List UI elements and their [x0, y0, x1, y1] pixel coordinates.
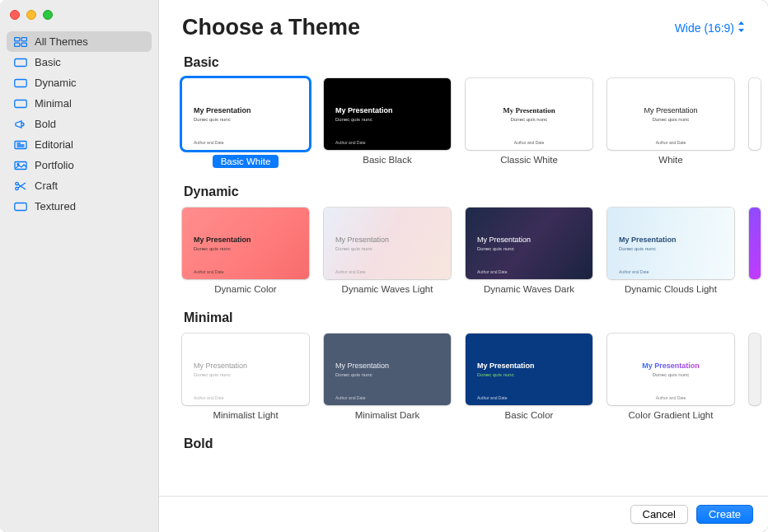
sidebar-item-label: Minimal [35, 97, 72, 110]
thumb-author: Author and Date [607, 140, 734, 145]
thumb-title: My Presentation [642, 362, 700, 371]
create-button[interactable]: Create [696, 505, 753, 524]
sidebar-item-editorial[interactable]: Editorial [7, 134, 152, 155]
theme-peek[interactable] [749, 334, 761, 420]
theme-label: Classic White [500, 155, 558, 165]
theme-grid[interactable]: Basic My Presentation Donec quis nunc Au… [159, 45, 768, 496]
cancel-button[interactable]: Cancel [630, 505, 688, 524]
thumb-sub: Donec quis nunc [653, 117, 690, 122]
theme-thumbnail: My Presentation Donec quis nunc Author a… [324, 208, 451, 279]
newspaper-icon [13, 139, 28, 151]
theme-dynamic-waves-dark[interactable]: My Presentation Donec quis nunc Author a… [466, 208, 592, 294]
thumb-title: My Presentation [335, 106, 451, 115]
thumb-author: Author and Date [335, 269, 365, 274]
svg-rect-1 [21, 37, 26, 40]
theme-thumbnail [749, 208, 761, 279]
svg-rect-4 [15, 58, 26, 66]
theme-label: Dynamic Waves Light [342, 284, 433, 294]
thumb-author: Author and Date [466, 140, 592, 145]
theme-label: White [658, 155, 682, 165]
theme-color-gradient-light[interactable]: My Presentation Donec quis nunc Author a… [607, 334, 734, 420]
thumb-author: Author and Date [607, 395, 734, 400]
theme-minimalist-light[interactable]: My Presentation Donec quis nunc Author a… [182, 334, 309, 420]
sidebar-item-label: Portfolio [35, 159, 74, 171]
sidebar-item-craft[interactable]: Craft [7, 175, 152, 196]
sidebar-item-all-themes[interactable]: All Themes [7, 31, 152, 52]
sidebar-item-bold[interactable]: Bold [7, 114, 152, 134]
theme-basic-color[interactable]: My Presentation Donec quis nunc Author a… [466, 334, 592, 420]
sidebar-item-basic[interactable]: Basic [7, 52, 152, 72]
footer: Cancel Create [159, 496, 768, 532]
sidebar-item-label: Editorial [35, 138, 73, 151]
thumb-sub: Donec quis nunc [653, 372, 690, 377]
section-title: Minimal [182, 310, 768, 325]
thumb-title: My Presentation [194, 362, 309, 371]
updown-icon [738, 21, 745, 35]
window-controls [0, 7, 158, 31]
sidebar-item-portfolio[interactable]: Portfolio [7, 155, 152, 175]
sidebar-item-label: Textured [35, 200, 76, 212]
scissors-icon [13, 180, 28, 192]
thumb-sub: Donec quis nunc [335, 117, 451, 122]
rectangle-icon [13, 98, 28, 110]
sidebar-item-textured[interactable]: Textured [7, 196, 152, 217]
thumb-author: Author and Date [335, 140, 365, 145]
theme-label: Dynamic Clouds Light [625, 284, 717, 294]
theme-thumbnail: My Presentation Donec quis nunc Author a… [607, 208, 734, 279]
thumb-author: Author and Date [335, 395, 365, 400]
theme-classic-white[interactable]: My Presentation Donec quis nunc Author a… [466, 78, 592, 168]
thumb-sub: Donec quis nunc [511, 117, 548, 122]
theme-label: Color Gradient Light [629, 410, 714, 420]
thumb-author: Author and Date [477, 395, 507, 400]
theme-thumbnail: My Presentation Donec quis nunc Author a… [466, 78, 592, 150]
thumb-title: My Presentation [477, 236, 592, 245]
theme-minimalist-dark[interactable]: My Presentation Donec quis nunc Author a… [324, 334, 451, 420]
thumb-sub: Donec quis nunc [194, 372, 309, 377]
theme-thumbnail: My Presentation Donec quis nunc Author a… [607, 78, 734, 150]
thumb-title: My Presentation [335, 236, 451, 245]
sidebar-item-minimal[interactable]: Minimal [7, 93, 152, 114]
section-basic: Basic My Presentation Donec quis nunc Au… [182, 55, 768, 175]
svg-rect-2 [15, 43, 20, 46]
thumb-author: Author and Date [194, 140, 223, 145]
megaphone-icon [13, 119, 28, 130]
theme-basic-white[interactable]: My Presentation Donec quis nunc Author a… [182, 78, 309, 168]
sidebar-list: All Themes Basic Dynamic Minimal [0, 31, 158, 217]
theme-dynamic-waves-light[interactable]: My Presentation Donec quis nunc Author a… [324, 208, 451, 294]
theme-basic-black[interactable]: My Presentation Donec quis nunc Author a… [324, 78, 451, 168]
section-dynamic: Dynamic My Presentation Donec quis nunc … [182, 184, 768, 301]
svg-point-13 [16, 182, 18, 184]
thumb-sub: Donec quis nunc [194, 246, 309, 251]
page-title: Choose a Theme [182, 15, 360, 40]
theme-white[interactable]: My Presentation Donec quis nunc Author a… [607, 78, 734, 168]
sidebar-item-label: Craft [35, 180, 58, 192]
aspect-ratio-picker[interactable]: Wide (16:9) [675, 21, 745, 35]
rectangle-icon [13, 57, 28, 68]
section-minimal: Minimal My Presentation Donec quis nunc … [182, 310, 768, 427]
thumb-author: Author and Date [194, 395, 223, 400]
theme-thumbnail: My Presentation Donec quis nunc Author a… [324, 334, 451, 405]
photo-icon [13, 160, 28, 171]
theme-thumbnail: My Presentation Donec quis nunc Author a… [607, 334, 734, 405]
theme-thumbnail: My Presentation Donec quis nunc Author a… [466, 334, 592, 405]
sidebar-item-dynamic[interactable]: Dynamic [7, 72, 152, 93]
theme-peek[interactable] [749, 208, 761, 294]
fullscreen-button[interactable] [43, 10, 53, 20]
sidebar: All Themes Basic Dynamic Minimal [0, 0, 159, 532]
theme-thumbnail: My Presentation Donec quis nunc Author a… [182, 334, 309, 405]
theme-thumbnail: My Presentation Donec quis nunc Author a… [182, 78, 309, 150]
thumb-sub: Donec quis nunc [194, 117, 309, 122]
section-bold: Bold [182, 436, 768, 451]
section-title: Basic [182, 55, 768, 70]
theme-label: Dynamic Color [214, 284, 276, 294]
theme-thumbnail [749, 334, 761, 405]
thumb-author: Author and Date [477, 269, 507, 274]
header: Choose a Theme Wide (16:9) [159, 0, 768, 45]
svg-point-14 [16, 187, 18, 189]
close-button[interactable] [10, 10, 20, 20]
theme-dynamic-color[interactable]: My Presentation Donec quis nunc Author a… [182, 208, 309, 294]
theme-peek[interactable] [749, 78, 761, 168]
minimize-button[interactable] [26, 10, 36, 20]
rectangle-icon [13, 77, 28, 89]
theme-dynamic-clouds-light[interactable]: My Presentation Donec quis nunc Author a… [607, 208, 734, 294]
